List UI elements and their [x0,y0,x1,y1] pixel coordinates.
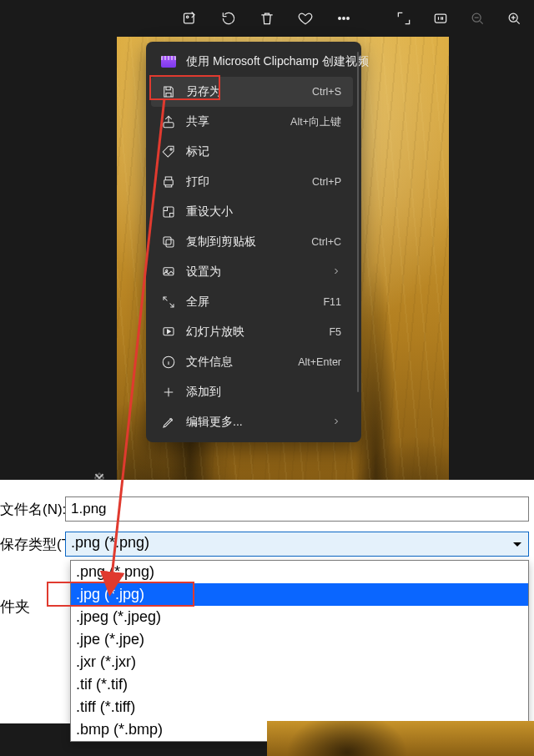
trash-icon[interactable] [259,10,275,27]
folder-label-partial: 件夹 [0,597,30,617]
menu-item-label: 幻灯片放映 [186,325,319,340]
menu-item-setas[interactable]: 设置为 [151,257,353,287]
share-icon [161,114,176,129]
filetype-option[interactable]: .jpeg (*.jpeg) [71,606,528,628]
slideshow-icon [161,325,176,340]
filetype-combobox[interactable]: .png (*.png) [65,532,529,557]
filetype-option[interactable]: .jpg (*.jpg) [71,583,528,606]
svg-point-4 [347,18,350,20]
clipchamp-icon [161,54,176,69]
print-icon [161,174,176,189]
menu-item-shortcut: Ctrl+C [311,236,341,248]
add-icon [161,385,176,400]
zoom-out-icon[interactable] [469,10,486,27]
menu-item-label: 添加到 [186,385,341,400]
menu-item-info[interactable]: 文件信息Alt+Enter [151,347,353,377]
menu-item-slideshow[interactable]: 幻灯片放映F5 [151,317,353,347]
menu-item-editmore[interactable]: 编辑更多... [151,407,353,437]
rotate-icon[interactable] [220,10,237,27]
svg-rect-11 [164,207,174,217]
filename-input[interactable] [65,496,529,522]
zoom-in-icon[interactable] [506,10,522,27]
menu-item-label: 设置为 [186,265,321,280]
more-icon[interactable] [335,10,352,27]
menu-item-label: 打印 [186,174,302,189]
menu-scrollbar[interactable] [357,52,359,392]
menu-item-shortcut: Ctrl+P [312,176,341,188]
menu-item-label: 重设大小 [186,204,341,219]
chevron-right-icon [331,416,341,429]
menu-item-tag[interactable]: 标记 [151,137,353,167]
menu-item-shortcut: Alt+向上键 [290,115,341,129]
menu-item-label: 复制到剪贴板 [186,234,301,249]
heart-icon[interactable] [297,10,314,27]
menu-item-share[interactable]: 共享Alt+向上键 [151,107,353,137]
svg-point-3 [343,18,345,20]
menu-item-label: 全屏 [186,295,313,310]
resize-icon [161,204,176,219]
save-icon [161,84,176,99]
top-toolbar [0,7,534,30]
save-dialog: 文件名(N): 保存类型(T): .png (*.png) .png (*.pn… [0,480,534,723]
filetype-option[interactable]: .jxr (*.jxr) [71,651,528,673]
menu-item-shortcut: Ctrl+S [312,86,341,98]
filename-label: 文件名(N): [0,500,65,519]
filetype-options: .png (*.png).jpg (*.jpg).jpeg (*.jpeg).j… [70,560,529,742]
context-menu: 使用 Microsoft Clipchamp 创建视频另存为Ctrl+S共享Al… [146,42,361,442]
menu-item-shortcut: F11 [323,296,341,308]
filetype-option[interactable]: .tif (*.tif) [71,673,528,696]
menu-item-save[interactable]: 另存为Ctrl+S [151,77,353,107]
photo-strip [267,721,534,756]
svg-point-2 [339,18,341,20]
copy-icon [161,234,176,249]
menu-item-shortcut: Alt+Enter [298,356,341,368]
info-icon [161,355,176,370]
svg-rect-12 [166,239,174,247]
setas-icon [161,265,176,280]
menu-item-clipchamp[interactable]: 使用 Microsoft Clipchamp 创建视频 [151,47,353,77]
chevron-right-icon [331,266,341,279]
menu-item-label: 使用 Microsoft Clipchamp 创建视频 [186,54,369,69]
svg-rect-0 [184,13,194,23]
editmore-icon [161,415,176,430]
actual-size-icon[interactable] [432,10,449,27]
svg-rect-10 [164,180,174,185]
menu-item-label: 编辑更多... [186,415,321,430]
svg-point-1 [186,16,189,18]
svg-rect-8 [164,123,174,128]
svg-rect-13 [164,237,171,244]
menu-item-fullscreen2[interactable]: 全屏F11 [151,287,353,317]
filetype-option[interactable]: .jpe (*.jpe) [71,628,528,651]
menu-item-label: 另存为 [186,84,302,99]
filetype-option[interactable]: .png (*.png) [71,561,528,583]
menu-item-label: 标记 [186,144,341,159]
svg-point-15 [166,270,168,271]
menu-item-label: 文件信息 [186,355,288,370]
svg-point-9 [170,149,172,150]
menu-item-print[interactable]: 打印Ctrl+P [151,167,353,197]
menu-item-copy[interactable]: 复制到剪贴板Ctrl+C [151,227,353,257]
menu-item-shortcut: F5 [329,326,341,338]
filetype-option[interactable]: .tiff (*.tiff) [71,696,528,718]
svg-rect-5 [435,14,446,23]
edit-image-icon[interactable] [182,10,199,27]
fullscreen2-icon [161,295,176,310]
menu-item-add[interactable]: 添加到 [151,377,353,407]
filetype-label: 保存类型(T): [0,535,65,554]
fullscreen-icon[interactable] [395,10,412,27]
menu-item-label: 共享 [186,114,280,129]
menu-item-resize[interactable]: 重设大小 [151,197,353,227]
tag-icon [161,144,176,159]
